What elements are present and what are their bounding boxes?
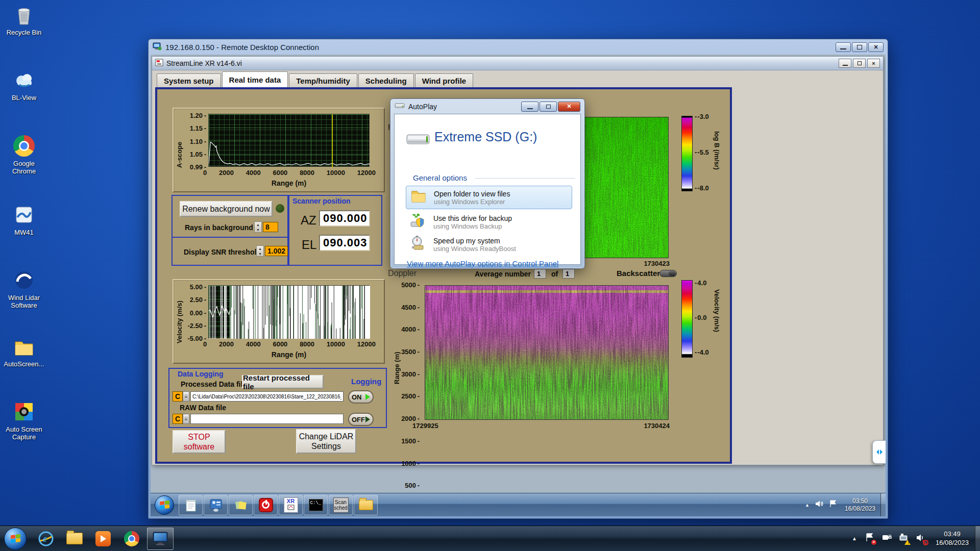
remote-tray-expand-icon[interactable]: ▲ — [805, 503, 810, 508]
desktop-icon-label: BL-View — [1, 94, 47, 102]
host-clock[interactable]: 03:49 16/08/2023 — [936, 530, 969, 547]
processed-data-file-label: Processed Data file — [181, 380, 247, 388]
option-subtitle: using Windows Explorer — [434, 198, 510, 206]
tab-system-setup[interactable]: System setup — [157, 73, 221, 87]
tab-real-time-data[interactable]: Real time data — [222, 71, 288, 87]
remote-start-button[interactable] — [155, 495, 174, 515]
scanner-position-box: Scanner position AZ 090.000 EL 090.003 — [288, 195, 382, 266]
doppler-heatmap[interactable] — [425, 285, 669, 420]
host-taskbar-chrome[interactable] — [118, 528, 145, 550]
desktop-icon-recycle-bin[interactable]: Recycle Bin — [1, 4, 47, 37]
host-taskbar-internet-explorer[interactable]: e — [33, 528, 59, 550]
remote-clock[interactable]: 03:50 16/08/2023 — [845, 497, 875, 513]
autoplay-drive-icon-small — [395, 102, 405, 111]
remote-tray-action-center-icon[interactable] — [829, 500, 837, 510]
remote-taskbar-stop-app[interactable] — [254, 495, 278, 515]
backscatter-toggle-label: Backscatter — [617, 269, 660, 278]
a-scope-y-axis-label: A-scope — [176, 122, 183, 168]
tab-temp-humidity[interactable]: Temp/humidity — [289, 73, 357, 87]
raw-path-browse-icon[interactable]: ⌸ — [183, 414, 189, 424]
desktop-icon-mw41[interactable]: MW41 — [1, 204, 47, 237]
change-lidar-settings-button[interactable]: Change LiDARSettings — [296, 429, 356, 454]
remote-taskbar-scan-scheduler[interactable]: Scansched — [329, 495, 353, 515]
autoplay-title-bar[interactable]: AutoPlay ✕ — [390, 99, 584, 114]
app-minimize-button[interactable] — [839, 59, 851, 68]
windows-logo-icon — [11, 534, 20, 543]
tab-scheduling[interactable]: Scheduling — [358, 73, 414, 87]
autoplay-option-backup[interactable]: Use this drive for backupusing Windows B… — [406, 211, 572, 233]
wind-lidar-icon — [12, 269, 36, 292]
xr-app-icon: XR — [284, 497, 298, 513]
raw-logging-toggle[interactable]: OFF — [348, 413, 374, 426]
renew-background-button[interactable]: Renew background now — [180, 201, 273, 217]
autoplay-option-readyboost[interactable]: Speed up my systemusing Windows ReadyBoo… — [406, 234, 572, 255]
recycle-bin-icon — [12, 4, 36, 27]
processed-logging-toggle[interactable]: ON — [348, 390, 374, 404]
remote-taskbar-explorer[interactable] — [354, 495, 378, 515]
snr-value[interactable]: 1.002 — [265, 246, 288, 256]
backscatter-cb-tick-mid: -5.5 — [695, 148, 709, 156]
desktop-icon-autoscreen-folder[interactable]: AutoScreen... — [1, 336, 47, 368]
rdc-close-button[interactable]: × — [868, 42, 884, 52]
host-tray-volume-muted-icon[interactable] — [916, 534, 926, 544]
raw-path-field[interactable] — [190, 414, 344, 424]
restart-processed-file-button[interactable]: Restart processed file — [242, 375, 324, 389]
raw-drive-letter[interactable]: C — [173, 414, 183, 424]
rdc-maximize-button[interactable] — [852, 42, 867, 52]
desktop-icon-wind-lidar[interactable]: Wind Lidar Software — [1, 269, 47, 310]
a-scope-x-axis-label: Range (m) — [208, 179, 370, 187]
rays-spinner[interactable]: ▲▼ — [254, 221, 262, 233]
app-close-button[interactable]: × — [867, 59, 880, 68]
remote-tray-volume-icon[interactable] — [815, 500, 824, 510]
backscatter-cb-tick-bottom: -8.0 — [695, 184, 709, 192]
processed-drive-letter[interactable]: C — [173, 391, 183, 402]
rdp-monitor-icon — [152, 531, 169, 546]
processed-path-field[interactable] — [190, 391, 344, 402]
stop-software-button[interactable]: STOPsoftware — [173, 430, 226, 454]
autoplay-option-open-folder[interactable]: Open folder to view filesusing Windows E… — [406, 186, 572, 209]
host-tray-action-center-icon[interactable]: ✕ — [865, 533, 874, 544]
autoplay-maximize-button[interactable] — [540, 102, 557, 112]
teamviewer-side-tab[interactable] — [872, 440, 886, 464]
average-total-field[interactable]: 1 — [562, 269, 575, 279]
remote-taskbar-streamline-xr[interactable]: XR — [279, 495, 303, 515]
host-tray-expand-icon[interactable]: ▲ — [852, 536, 857, 541]
host-tray-device-warning-icon[interactable]: ! — [899, 533, 909, 544]
desktop-icon-bl-view[interactable]: BL-View — [1, 69, 47, 102]
average-number-field[interactable]: 1 — [534, 269, 546, 279]
autoplay-title: AutoPlay — [408, 103, 437, 111]
app-title-bar[interactable]: StreamLine XR v14-6.vi × — [152, 57, 883, 70]
rays-value[interactable]: 8 — [263, 222, 278, 232]
autoplay-close-button[interactable]: ✕ — [558, 102, 580, 112]
scan-sched-icon: Scansched — [333, 497, 349, 513]
remote-taskbar-notepad[interactable] — [179, 495, 203, 515]
host-show-desktop-button[interactable] — [975, 526, 980, 551]
autoplay-control-panel-link[interactable]: View more AutoPlay options in Control Pa… — [407, 259, 558, 268]
remote-show-desktop-button[interactable] — [880, 493, 886, 516]
tab-wind-profile[interactable]: Wind profile — [415, 73, 474, 87]
data-logging-box: Data Logging Processed Data file Restart… — [168, 368, 387, 428]
autoplay-minimize-button[interactable] — [521, 102, 538, 112]
rdc-minimize-button[interactable] — [836, 42, 851, 52]
snr-spinner[interactable]: ▲▼ — [256, 245, 264, 257]
app-restore-button[interactable] — [853, 59, 866, 68]
a-scope-y-ticks: 1.201.151.101.050.99 — [184, 112, 206, 171]
autoplay-section-title: General options — [413, 173, 467, 182]
desktop-icon-google-chrome[interactable]: Google Chrome — [1, 135, 47, 176]
rdc-computer-icon — [153, 42, 162, 52]
processed-path-browse-icon[interactable]: ⌸ — [183, 391, 189, 402]
desktop-icon-auto-screen-capture[interactable]: Auto Screen Capture — [1, 401, 47, 441]
velocity-plot[interactable] — [208, 285, 370, 338]
host-start-button[interactable] — [4, 528, 27, 550]
host-taskbar-explorer[interactable] — [61, 528, 88, 550]
host-taskbar-rdp-active[interactable] — [147, 528, 174, 550]
host-taskbar-media-player[interactable] — [90, 528, 116, 550]
remote-taskbar-ni-max[interactable] — [204, 495, 228, 515]
remote-taskbar-cmd[interactable]: C:\_ — [304, 495, 328, 515]
option-title: Speed up my system — [433, 237, 516, 245]
remote-taskbar-sticky-notes[interactable] — [229, 495, 253, 515]
rdc-title-bar[interactable]: 192.168.0.150 - Remote Desktop Connectio… — [149, 39, 888, 55]
a-scope-plot[interactable] — [208, 114, 370, 167]
host-tray-power-icon[interactable] — [881, 533, 892, 544]
backscatter-toggle[interactable] — [659, 270, 677, 277]
